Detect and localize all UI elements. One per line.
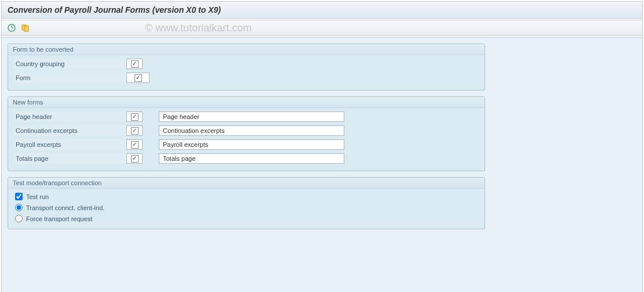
radio-row-force-transport: Force transport request [13,213,480,224]
field-row-form: Form ✓ [13,71,480,84]
required-check-icon: ✓ [134,74,142,82]
page-title: Conversion of Payroll Journal Forms (ver… [8,5,221,15]
required-check-icon: ✓ [131,113,139,121]
group-title: Test mode/transport connection [8,178,485,189]
group-form-to-convert: Form to be converted Country grouping ✓ … [8,44,485,91]
required-check-icon: ✓ [131,141,139,149]
radio-transport-client[interactable] [15,204,23,211]
label-transport-client: Transport connct. client-ind. [26,204,104,211]
required-check-icon: ✓ [131,127,139,135]
label-test-run: Test run [26,193,49,200]
required-check-icon: ✓ [131,155,139,163]
input-totals-page-code[interactable]: ✓ [126,153,143,164]
label-country-grouping: Country grouping [13,59,126,69]
group-title: New forms [8,97,485,108]
field-row-page-header: Page header ✓ Page header [13,110,480,123]
input-payroll-excerpts-desc[interactable]: Payroll excerpts [159,139,344,150]
input-payroll-excerpts-code[interactable]: ✓ [126,139,143,150]
radio-force-transport[interactable] [15,215,23,222]
label-continuation-excerpts: Continuation excerpts [13,125,126,136]
field-row-totals-page: Totals page ✓ Totals page [13,152,480,165]
group-title: Form to be converted [8,44,485,55]
label-payroll-excerpts: Payroll excerpts [13,139,126,150]
field-row-country-grouping: Country grouping ✓ [13,57,480,70]
content-area: Form to be converted Country grouping ✓ … [1,37,643,292]
page-header-bar: Conversion of Payroll Journal Forms (ver… [1,1,643,19]
label-force-transport: Force transport request [26,215,92,222]
checkbox-test-run[interactable] [15,193,23,200]
label-form: Form [13,73,126,83]
input-continuation-excerpts-code[interactable]: ✓ [126,125,143,136]
field-row-payroll-excerpts: Payroll excerpts ✓ Payroll excerpts [13,138,480,151]
group-test-mode: Test mode/transport connection Test run … [8,177,485,229]
label-page-header: Page header [13,111,126,122]
input-continuation-excerpts-desc[interactable]: Continuation excerpts [159,125,344,136]
label-totals-page: Totals page [13,153,126,164]
input-page-header-desc[interactable]: Page header [159,111,344,122]
input-form[interactable]: ✓ [126,73,150,83]
input-page-header-code[interactable]: ✓ [126,111,143,122]
execute-icon[interactable] [6,23,17,33]
radio-row-transport-client: Transport connct. client-ind. [13,202,480,213]
input-country-grouping[interactable]: ✓ [126,59,143,69]
checkbox-row-test-run: Test run [13,191,480,202]
field-row-continuation-excerpts: Continuation excerpts ✓ Continuation exc… [13,124,480,137]
svg-rect-4 [24,26,28,31]
input-totals-page-desc[interactable]: Totals page [159,153,344,164]
toolbar [1,20,643,36]
required-check-icon: ✓ [131,60,139,68]
group-new-forms: New forms Page header ✓ Page header Cont… [8,96,485,171]
variants-icon[interactable] [20,23,31,33]
